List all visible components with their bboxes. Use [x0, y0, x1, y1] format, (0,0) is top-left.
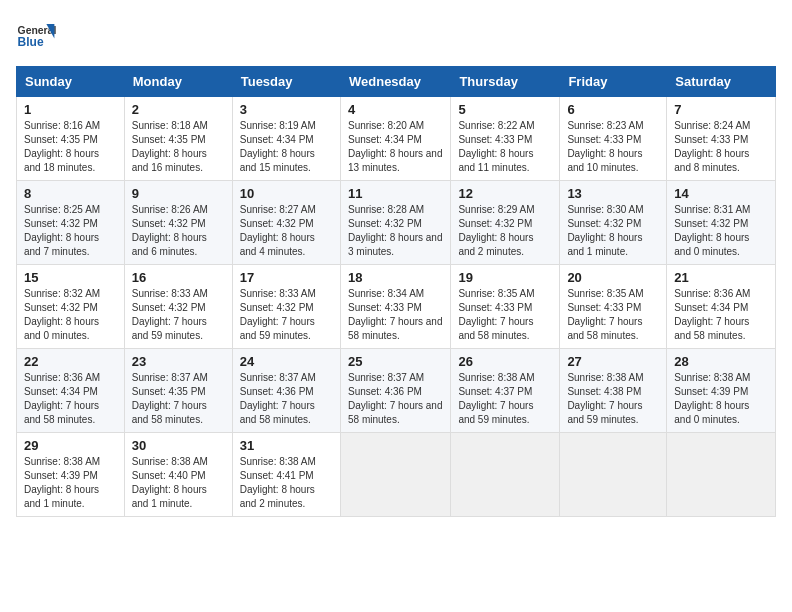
- calendar-cell: 15Sunrise: 8:32 AMSunset: 4:32 PMDayligh…: [17, 265, 125, 349]
- cell-info: Sunrise: 8:33 AMSunset: 4:32 PMDaylight:…: [240, 287, 333, 343]
- col-monday: Monday: [124, 67, 232, 97]
- calendar-cell: 11Sunrise: 8:28 AMSunset: 4:32 PMDayligh…: [340, 181, 450, 265]
- calendar-cell: 10Sunrise: 8:27 AMSunset: 4:32 PMDayligh…: [232, 181, 340, 265]
- day-number: 9: [132, 186, 225, 201]
- day-number: 5: [458, 102, 552, 117]
- day-number: 4: [348, 102, 443, 117]
- calendar-cell: 3Sunrise: 8:19 AMSunset: 4:34 PMDaylight…: [232, 97, 340, 181]
- day-number: 25: [348, 354, 443, 369]
- cell-info: Sunrise: 8:29 AMSunset: 4:32 PMDaylight:…: [458, 203, 552, 259]
- calendar-cell: 1Sunrise: 8:16 AMSunset: 4:35 PMDaylight…: [17, 97, 125, 181]
- day-number: 18: [348, 270, 443, 285]
- cell-info: Sunrise: 8:34 AMSunset: 4:33 PMDaylight:…: [348, 287, 443, 343]
- calendar-cell: 18Sunrise: 8:34 AMSunset: 4:33 PMDayligh…: [340, 265, 450, 349]
- calendar-cell: 4Sunrise: 8:20 AMSunset: 4:34 PMDaylight…: [340, 97, 450, 181]
- calendar-cell: 2Sunrise: 8:18 AMSunset: 4:35 PMDaylight…: [124, 97, 232, 181]
- cell-info: Sunrise: 8:32 AMSunset: 4:32 PMDaylight:…: [24, 287, 117, 343]
- cell-info: Sunrise: 8:16 AMSunset: 4:35 PMDaylight:…: [24, 119, 117, 175]
- cell-info: Sunrise: 8:19 AMSunset: 4:34 PMDaylight:…: [240, 119, 333, 175]
- day-number: 30: [132, 438, 225, 453]
- calendar-cell: [560, 433, 667, 517]
- cell-info: Sunrise: 8:37 AMSunset: 4:36 PMDaylight:…: [348, 371, 443, 427]
- col-saturday: Saturday: [667, 67, 776, 97]
- cell-info: Sunrise: 8:37 AMSunset: 4:36 PMDaylight:…: [240, 371, 333, 427]
- svg-text:Blue: Blue: [18, 35, 44, 49]
- cell-info: Sunrise: 8:36 AMSunset: 4:34 PMDaylight:…: [674, 287, 768, 343]
- cell-info: Sunrise: 8:20 AMSunset: 4:34 PMDaylight:…: [348, 119, 443, 175]
- calendar-cell: 13Sunrise: 8:30 AMSunset: 4:32 PMDayligh…: [560, 181, 667, 265]
- cell-info: Sunrise: 8:31 AMSunset: 4:32 PMDaylight:…: [674, 203, 768, 259]
- day-number: 13: [567, 186, 659, 201]
- calendar-cell: 31Sunrise: 8:38 AMSunset: 4:41 PMDayligh…: [232, 433, 340, 517]
- day-number: 3: [240, 102, 333, 117]
- day-number: 21: [674, 270, 768, 285]
- cell-info: Sunrise: 8:33 AMSunset: 4:32 PMDaylight:…: [132, 287, 225, 343]
- calendar-cell: 21Sunrise: 8:36 AMSunset: 4:34 PMDayligh…: [667, 265, 776, 349]
- day-number: 29: [24, 438, 117, 453]
- calendar-cell: [340, 433, 450, 517]
- cell-info: Sunrise: 8:35 AMSunset: 4:33 PMDaylight:…: [458, 287, 552, 343]
- day-number: 27: [567, 354, 659, 369]
- col-sunday: Sunday: [17, 67, 125, 97]
- calendar-cell: 12Sunrise: 8:29 AMSunset: 4:32 PMDayligh…: [451, 181, 560, 265]
- day-number: 10: [240, 186, 333, 201]
- cell-info: Sunrise: 8:27 AMSunset: 4:32 PMDaylight:…: [240, 203, 333, 259]
- calendar-cell: 19Sunrise: 8:35 AMSunset: 4:33 PMDayligh…: [451, 265, 560, 349]
- cell-info: Sunrise: 8:23 AMSunset: 4:33 PMDaylight:…: [567, 119, 659, 175]
- calendar-cell: 9Sunrise: 8:26 AMSunset: 4:32 PMDaylight…: [124, 181, 232, 265]
- day-number: 20: [567, 270, 659, 285]
- calendar-cell: 8Sunrise: 8:25 AMSunset: 4:32 PMDaylight…: [17, 181, 125, 265]
- day-number: 7: [674, 102, 768, 117]
- cell-info: Sunrise: 8:38 AMSunset: 4:38 PMDaylight:…: [567, 371, 659, 427]
- cell-info: Sunrise: 8:38 AMSunset: 4:39 PMDaylight:…: [674, 371, 768, 427]
- day-number: 1: [24, 102, 117, 117]
- day-number: 26: [458, 354, 552, 369]
- calendar-cell: 14Sunrise: 8:31 AMSunset: 4:32 PMDayligh…: [667, 181, 776, 265]
- calendar-week-row: 15Sunrise: 8:32 AMSunset: 4:32 PMDayligh…: [17, 265, 776, 349]
- calendar-cell: 29Sunrise: 8:38 AMSunset: 4:39 PMDayligh…: [17, 433, 125, 517]
- day-number: 17: [240, 270, 333, 285]
- day-number: 23: [132, 354, 225, 369]
- cell-info: Sunrise: 8:37 AMSunset: 4:35 PMDaylight:…: [132, 371, 225, 427]
- calendar-cell: 17Sunrise: 8:33 AMSunset: 4:32 PMDayligh…: [232, 265, 340, 349]
- calendar-cell: 6Sunrise: 8:23 AMSunset: 4:33 PMDaylight…: [560, 97, 667, 181]
- cell-info: Sunrise: 8:26 AMSunset: 4:32 PMDaylight:…: [132, 203, 225, 259]
- cell-info: Sunrise: 8:24 AMSunset: 4:33 PMDaylight:…: [674, 119, 768, 175]
- calendar-cell: 27Sunrise: 8:38 AMSunset: 4:38 PMDayligh…: [560, 349, 667, 433]
- calendar-cell: 5Sunrise: 8:22 AMSunset: 4:33 PMDaylight…: [451, 97, 560, 181]
- day-number: 16: [132, 270, 225, 285]
- col-wednesday: Wednesday: [340, 67, 450, 97]
- col-friday: Friday: [560, 67, 667, 97]
- day-number: 14: [674, 186, 768, 201]
- day-number: 11: [348, 186, 443, 201]
- cell-info: Sunrise: 8:38 AMSunset: 4:37 PMDaylight:…: [458, 371, 552, 427]
- day-number: 31: [240, 438, 333, 453]
- calendar-cell: 25Sunrise: 8:37 AMSunset: 4:36 PMDayligh…: [340, 349, 450, 433]
- day-number: 2: [132, 102, 225, 117]
- calendar-week-row: 8Sunrise: 8:25 AMSunset: 4:32 PMDaylight…: [17, 181, 776, 265]
- calendar-cell: 28Sunrise: 8:38 AMSunset: 4:39 PMDayligh…: [667, 349, 776, 433]
- calendar-week-row: 29Sunrise: 8:38 AMSunset: 4:39 PMDayligh…: [17, 433, 776, 517]
- cell-info: Sunrise: 8:25 AMSunset: 4:32 PMDaylight:…: [24, 203, 117, 259]
- calendar-table: Sunday Monday Tuesday Wednesday Thursday…: [16, 66, 776, 517]
- calendar-cell: [451, 433, 560, 517]
- calendar-cell: 22Sunrise: 8:36 AMSunset: 4:34 PMDayligh…: [17, 349, 125, 433]
- cell-info: Sunrise: 8:36 AMSunset: 4:34 PMDaylight:…: [24, 371, 117, 427]
- cell-info: Sunrise: 8:22 AMSunset: 4:33 PMDaylight:…: [458, 119, 552, 175]
- calendar-cell: 26Sunrise: 8:38 AMSunset: 4:37 PMDayligh…: [451, 349, 560, 433]
- calendar-cell: 23Sunrise: 8:37 AMSunset: 4:35 PMDayligh…: [124, 349, 232, 433]
- page-header: General Blue: [16, 16, 776, 56]
- logo: General Blue: [16, 16, 60, 56]
- cell-info: Sunrise: 8:18 AMSunset: 4:35 PMDaylight:…: [132, 119, 225, 175]
- calendar-cell: 16Sunrise: 8:33 AMSunset: 4:32 PMDayligh…: [124, 265, 232, 349]
- day-number: 8: [24, 186, 117, 201]
- calendar-cell: 30Sunrise: 8:38 AMSunset: 4:40 PMDayligh…: [124, 433, 232, 517]
- cell-info: Sunrise: 8:30 AMSunset: 4:32 PMDaylight:…: [567, 203, 659, 259]
- day-number: 12: [458, 186, 552, 201]
- day-number: 6: [567, 102, 659, 117]
- day-number: 24: [240, 354, 333, 369]
- col-thursday: Thursday: [451, 67, 560, 97]
- cell-info: Sunrise: 8:38 AMSunset: 4:41 PMDaylight:…: [240, 455, 333, 511]
- calendar-cell: 20Sunrise: 8:35 AMSunset: 4:33 PMDayligh…: [560, 265, 667, 349]
- cell-info: Sunrise: 8:28 AMSunset: 4:32 PMDaylight:…: [348, 203, 443, 259]
